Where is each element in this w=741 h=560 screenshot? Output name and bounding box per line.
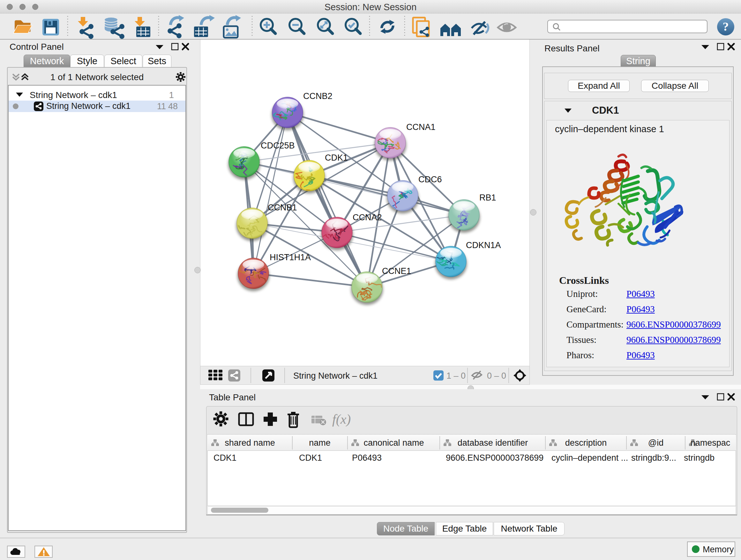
svg-text:CCNB2: CCNB2 xyxy=(303,91,333,101)
svg-text:CDK1: CDK1 xyxy=(325,153,348,163)
svg-text:CCNA2: CCNA2 xyxy=(353,212,382,222)
svg-text:namespac: namespac xyxy=(690,438,731,448)
svg-text:String Network – cdk1: String Network – cdk1 xyxy=(293,371,378,381)
svg-text:CDC25B: CDC25B xyxy=(261,141,295,150)
svg-text:?: ? xyxy=(723,20,729,33)
svg-text:HIST1H1A: HIST1H1A xyxy=(270,253,311,262)
svg-text:CCNA1: CCNA1 xyxy=(406,122,435,132)
svg-text:CCNB1: CCNB1 xyxy=(268,203,297,212)
svg-text:name: name xyxy=(309,438,331,448)
svg-text:1 – 0: 1 – 0 xyxy=(447,371,466,381)
svg-text:database identifier: database identifier xyxy=(458,438,528,448)
svg-text:@id: @id xyxy=(648,438,664,448)
svg-text:description: description xyxy=(565,438,607,448)
svg-text:CCNE1: CCNE1 xyxy=(382,266,411,276)
svg-text:CDC6: CDC6 xyxy=(418,175,442,184)
svg-text:0 – 0: 0 – 0 xyxy=(487,371,506,381)
svg-text:shared name: shared name xyxy=(225,438,275,448)
svg-text:RB1: RB1 xyxy=(479,193,496,202)
svg-text:f(x): f(x) xyxy=(332,412,351,427)
svg-text:CDKN1A: CDKN1A xyxy=(466,240,501,250)
svg-text:canonical name: canonical name xyxy=(363,438,424,448)
